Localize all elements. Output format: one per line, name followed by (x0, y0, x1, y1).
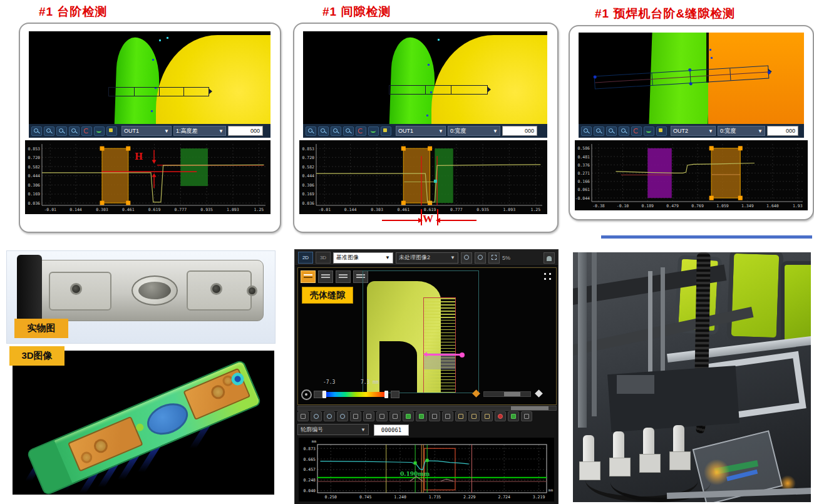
report-icon[interactable] (521, 411, 532, 421)
reset-icon[interactable] (81, 126, 92, 136)
pointer-icon[interactable] (297, 411, 309, 421)
output-select[interactable]: OUT1▼ (121, 126, 172, 136)
mode-select-value: 0:宽度 (720, 127, 736, 135)
roi-add-green-icon[interactable] (403, 411, 414, 421)
profile-graph-icon[interactable] (318, 270, 333, 283)
profile-icon[interactable] (368, 126, 379, 136)
height-colorbar[interactable] (324, 392, 387, 397)
zoom-in-icon[interactable] (311, 411, 322, 421)
scroll-thumb[interactable] (504, 392, 520, 396)
profile-number-value[interactable]: 000061 (374, 424, 409, 436)
tooling-plate (617, 375, 654, 394)
zoom-out-icon[interactable] (318, 126, 329, 136)
height-map-view[interactable] (29, 31, 270, 124)
svg-text:mm: mm (549, 488, 554, 492)
pan-icon[interactable] (350, 411, 361, 421)
tab-3d[interactable]: 3D (316, 252, 331, 264)
output-select[interactable]: OUT2▼ (671, 126, 716, 136)
output-icon[interactable] (656, 126, 667, 136)
fullscreen-icon[interactable] (544, 273, 546, 275)
output-icon[interactable] (106, 126, 117, 136)
user-icon[interactable] (544, 252, 555, 264)
measure-height-icon[interactable] (468, 411, 480, 421)
reset-icon[interactable] (356, 126, 366, 136)
profile-graph[interactable]: 0.8530.7200.5820.4440.3060.1690.036-0.01… (299, 140, 547, 214)
slide: #1 台阶检测 #1 间隙检测 #1 预焊机台阶&缝隙检测 OUT1▼ 1:高度… (0, 0, 814, 504)
profile-icon[interactable] (644, 126, 654, 136)
zoom-out-icon[interactable] (594, 126, 604, 136)
output-select[interactable]: OUT1▼ (396, 126, 446, 136)
profile-graph[interactable]: 0.8530.7200.5820.4440.3060.1690.036-0.01… (25, 140, 270, 214)
height-map-view[interactable] (579, 33, 804, 124)
measure-area-icon[interactable] (482, 411, 493, 421)
measure-width-icon[interactable] (455, 411, 466, 421)
reset-icon[interactable] (631, 126, 642, 136)
value-box[interactable]: 000 (767, 126, 798, 136)
zoom-fit-icon[interactable] (331, 126, 341, 136)
zoom-fit-icon[interactable] (56, 126, 67, 136)
pan-icon[interactable] (619, 126, 629, 136)
zoom-in-icon[interactable] (306, 126, 316, 136)
zoom-in-icon[interactable] (31, 126, 42, 136)
zoom-fit-icon[interactable] (606, 126, 617, 136)
height-image-icon[interactable] (301, 270, 316, 283)
3d-view-icon[interactable] (336, 270, 351, 283)
gripper-base (669, 451, 691, 470)
roi-node[interactable] (688, 68, 691, 71)
profile-v-icon[interactable] (376, 411, 388, 421)
image-viewer[interactable]: 壳体缝隙 -7.3 7.3 mm (297, 267, 557, 405)
measure-roi-box[interactable] (389, 85, 488, 95)
mask-invert-icon[interactable] (442, 411, 453, 421)
gripper (673, 425, 684, 453)
output-icon[interactable] (381, 126, 391, 136)
roi-node[interactable] (594, 76, 597, 79)
zoom-fit-icon[interactable] (488, 252, 500, 264)
palette-button[interactable] (314, 391, 322, 398)
mode-select[interactable]: 1:高度差▼ (173, 126, 226, 136)
base-image-select[interactable]: 基准图像▼ (333, 252, 393, 264)
chevron-down-icon: ▼ (708, 128, 713, 134)
zoom-out-icon[interactable] (44, 126, 54, 136)
chevron-down-icon: ▼ (438, 128, 443, 134)
zoom-in-icon[interactable] (461, 252, 472, 264)
value-box[interactable]: 000 (228, 126, 263, 136)
gap-profile-graph[interactable]: 0.8730.6650.4570.2480.0400.2500.7451.240… (299, 438, 554, 501)
svg-text:0.481: 0.481 (577, 155, 590, 160)
scroll-thumb[interactable] (511, 406, 549, 410)
scan-viewport[interactable] (363, 270, 479, 393)
zoom-region-icon[interactable] (337, 411, 348, 421)
measure-roi-box[interactable] (108, 87, 209, 96)
profile-number-select[interactable]: 轮廓编号▼ (297, 424, 369, 435)
pan-icon[interactable] (69, 126, 80, 136)
gap-scan-roi[interactable] (423, 297, 456, 393)
processed-image-select[interactable]: 未处理图像2▼ (396, 252, 458, 264)
profile-h-icon[interactable] (363, 411, 374, 421)
colorbar-min-handle[interactable] (322, 391, 326, 398)
split-scrollbar[interactable] (297, 406, 557, 411)
profile-icon[interactable] (94, 126, 105, 136)
zoom-in-icon[interactable] (581, 126, 592, 136)
target-icon[interactable] (301, 389, 312, 400)
roi-edit-green-icon[interactable] (416, 411, 427, 421)
value-box[interactable]: 000 (502, 126, 537, 136)
record-icon[interactable] (495, 411, 506, 421)
noise-dot (152, 59, 154, 61)
mode-select[interactable]: 0:宽度▼ (448, 126, 500, 136)
grid-icon[interactable] (389, 411, 401, 421)
zoom-out-icon[interactable] (475, 252, 486, 264)
profile-graph[interactable]: 0.5860.4810.3760.2710.1660.061-0.044-0.3… (575, 140, 808, 210)
gap-width-label: W (423, 213, 433, 225)
tab-2d[interactable]: 2D (298, 252, 313, 264)
colorbar-options-button[interactable] (391, 391, 399, 398)
mask-icon[interactable] (429, 411, 440, 421)
pan-icon[interactable] (343, 126, 354, 136)
zoom-out-icon[interactable] (324, 411, 335, 421)
mode-select[interactable]: 0:宽度▼ (718, 126, 765, 136)
profile-toolbar-icons (297, 411, 532, 421)
marker-diamond-icon[interactable] (535, 389, 543, 398)
export-green-icon[interactable] (508, 411, 519, 421)
height-map-view[interactable] (303, 31, 547, 124)
h-scrollbar[interactable] (483, 391, 531, 397)
svg-text:0.586: 0.586 (577, 146, 590, 151)
colorbar-max-handle[interactable] (384, 391, 388, 398)
